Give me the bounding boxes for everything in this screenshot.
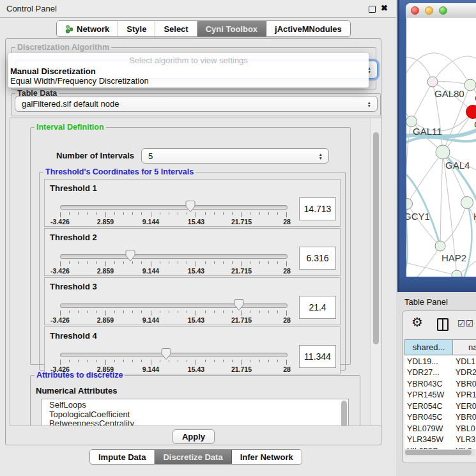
scale-label: 15.43 — [188, 267, 204, 275]
threshold-slider[interactable]: -3.426 2.859 9.144 15.43 21.715 28 — [60, 350, 287, 372]
number-of-intervals-label: Number of Intervals — [56, 151, 134, 160]
attribute-list-item[interactable]: SelfLoops — [42, 401, 348, 410]
network-node-label: GAL11 — [413, 126, 442, 137]
slider-thumb[interactable] — [161, 348, 171, 360]
threshold-value-field[interactable]: 6.316 — [299, 247, 336, 270]
table-cell: YDL1 — [452, 357, 475, 366]
dropdown-option-manual-discretization[interactable]: Manual Discretization — [10, 66, 96, 76]
screenshot-root: Control Panel ✖ Network Style Select — [0, 0, 476, 476]
number-of-intervals-combobox[interactable]: 5 ▲▼ — [141, 148, 329, 164]
network-node[interactable] — [464, 79, 476, 91]
scale-label: 9.144 — [142, 218, 159, 226]
tab-style[interactable]: Style — [118, 21, 155, 36]
table-row[interactable]: YDR27... YDR2 — [404, 367, 476, 379]
table-row[interactable]: YER054C YER0 — [404, 401, 476, 412]
network-node[interactable] — [406, 116, 417, 127]
table-row[interactable]: YPR145W YPR1 — [404, 390, 476, 401]
network-node[interactable] — [435, 241, 445, 251]
network-window-titlebar[interactable] — [406, 3, 476, 19]
scale-label: 9.144 — [142, 267, 159, 275]
network-node-label: H — [473, 211, 476, 222]
slider-track[interactable] — [60, 254, 288, 259]
scrollbar-thumb[interactable] — [405, 450, 472, 455]
checkbox-icon[interactable]: ☑ — [466, 319, 473, 328]
table-cell: YBL079W — [404, 424, 452, 433]
threshold-value-field[interactable]: 21.4 — [299, 296, 336, 319]
network-node[interactable] — [406, 199, 413, 210]
scale-label: 15.43 — [188, 316, 204, 324]
threshold-value-field[interactable]: 11.344 — [299, 345, 336, 368]
interval-definition-group: Interval Definition Number of Intervals … — [30, 123, 351, 365]
tab-label: Select — [164, 24, 188, 34]
slider-thumb[interactable] — [234, 299, 244, 311]
algorithm-dropdown-popup: Select algorithm to view settings Manual… — [8, 53, 369, 88]
tab-label: Network — [77, 24, 109, 34]
traffic-light-minimize-icon[interactable] — [425, 6, 433, 15]
tab-infer-network[interactable]: Infer Network — [232, 450, 302, 464]
traffic-light-close-icon[interactable] — [411, 6, 419, 15]
group-label: Discretization Algorithm — [15, 43, 111, 52]
gear-icon[interactable]: ⚙ — [411, 316, 423, 328]
slider-major-ticks — [60, 360, 287, 365]
checkbox-icon[interactable]: ☑ — [457, 319, 465, 328]
list-scrollbar-thumb[interactable] — [341, 401, 347, 426]
dropdown-option-equal-width-frequency[interactable]: Equal Width/Frequency Discretization — [10, 76, 149, 86]
slider-track[interactable] — [60, 205, 288, 210]
table-rows: YDL19... YDL1 YDR27... YDR2 YBR043C YBR0… — [404, 356, 476, 449]
attribute-list-item[interactable]: BetweennessCentrality — [42, 419, 348, 426]
table-cell: YER0 — [452, 402, 476, 411]
scale-label: 2.859 — [97, 267, 114, 275]
tab-cyni-toolbox[interactable]: Cyni Toolbox — [197, 21, 266, 36]
network-node[interactable] — [436, 145, 450, 159]
vertical-scrollbar[interactable] — [371, 118, 381, 425]
network-node[interactable] — [466, 105, 476, 119]
threshold-slider[interactable]: -3.426 2.859 9.144 15.43 21.715 28 — [60, 301, 287, 323]
threshold-slider[interactable]: -3.426 2.859 9.144 15.43 21.715 28 — [60, 203, 287, 224]
slider-thumb[interactable] — [125, 250, 135, 262]
float-window-icon[interactable] — [369, 6, 376, 13]
slider-major-ticks — [60, 311, 287, 316]
scrollbar-thumb[interactable] — [373, 132, 379, 344]
table-data-combobox[interactable]: galFiltered.sif default node ▲▼ — [15, 96, 378, 112]
network-node-label: GCY1 — [406, 211, 430, 222]
split-columns-icon[interactable] — [437, 318, 449, 331]
threshold-label: Threshold 1 — [50, 183, 97, 193]
tab-jactivemnodules[interactable]: jActiveMNodules — [266, 21, 350, 36]
scale-label: 28 — [283, 267, 291, 275]
table-row[interactable]: YBL079W YBL0 — [404, 423, 476, 434]
tab-discretize-data[interactable]: Discretize Data — [155, 450, 231, 464]
control-panel-titlebar: Control Panel ✖ — [0, 0, 396, 18]
table-row[interactable]: YDL19... YDL1 — [404, 356, 476, 367]
column-header-shared-name[interactable]: shared... — [404, 339, 453, 355]
scale-label: 28 — [283, 316, 291, 324]
table-row[interactable]: YLR345W YLR3 — [404, 434, 476, 446]
slider-track[interactable] — [60, 303, 288, 308]
table-row[interactable]: YBR045C YBR0 — [404, 412, 476, 424]
threshold-slider[interactable]: -3.426 2.859 9.144 15.43 21.715 28 — [60, 252, 287, 273]
slider-major-ticks — [60, 212, 287, 217]
attribute-list-item[interactable]: TopologicalCoefficient — [42, 410, 348, 420]
threshold-value-field[interactable]: 14.713 — [299, 197, 336, 220]
slider-thumb[interactable] — [185, 201, 196, 213]
network-node[interactable] — [461, 197, 473, 209]
network-node[interactable] — [452, 270, 462, 277]
slider-scale-labels: -3.426 2.859 9.144 15.43 21.715 28 — [60, 218, 287, 226]
scale-label: 21.715 — [231, 267, 252, 275]
table-row[interactable]: YBR043C YBR0 — [404, 378, 476, 390]
apply-button[interactable]: Apply — [173, 429, 215, 444]
scale-label: -3.426 — [50, 316, 70, 324]
tab-network[interactable]: Network — [57, 21, 118, 36]
traffic-light-zoom-icon[interactable] — [439, 6, 447, 15]
network-canvas-svg: GAL80GACGAL11GAL4GCY1HHAP2 — [406, 18, 476, 277]
table-cell: YPR145W — [404, 390, 452, 399]
tab-impute-data[interactable]: Impute Data — [90, 450, 155, 464]
slider-track[interactable] — [60, 353, 288, 357]
network-canvas[interactable]: GAL80GACGAL11GAL4GCY1HHAP2 — [406, 18, 476, 277]
combo-stepper-icon: ▲▼ — [319, 153, 323, 160]
column-header-name[interactable]: na — [452, 339, 476, 355]
close-icon[interactable]: ✖ — [381, 3, 388, 13]
numerical-attributes-list[interactable]: SelfLoops TopologicalCoefficient Between… — [41, 399, 349, 426]
network-node[interactable] — [427, 77, 438, 87]
tab-select[interactable]: Select — [155, 21, 197, 36]
horizontal-scrollbar[interactable] — [404, 449, 475, 456]
